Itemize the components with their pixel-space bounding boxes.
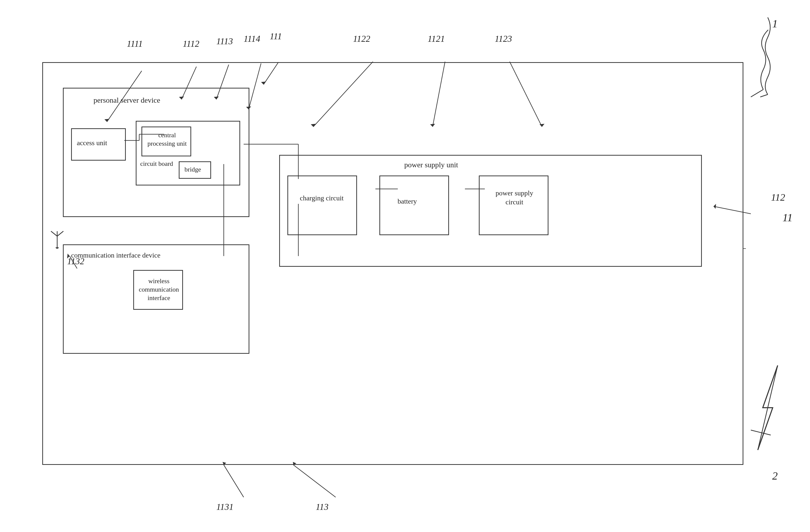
ref-1: 1 xyxy=(772,17,778,30)
ref-1112: 1112 xyxy=(183,38,199,49)
label-bridge: bridge xyxy=(184,166,201,173)
ref-1111: 1111 xyxy=(127,38,143,49)
box-main: personal server device access unit circu… xyxy=(42,62,743,465)
label-access-unit: access unit xyxy=(77,139,107,147)
ref-11: 11 xyxy=(782,211,793,224)
box-cpu: central processing unit xyxy=(142,127,191,156)
ref-111: 111 xyxy=(270,31,282,42)
antenna-symbol xyxy=(48,229,66,249)
box-comm-interface: communication interface device wireless … xyxy=(63,244,249,354)
ref-113: 113 xyxy=(316,502,328,512)
box-personal-server: personal server device access unit circu… xyxy=(63,88,249,217)
ref-1132: 1132 xyxy=(67,256,84,267)
box-bridge: bridge xyxy=(179,161,211,179)
label-battery: battery xyxy=(398,197,417,205)
box-circuit-board: circuit board central processing unit br… xyxy=(136,121,240,186)
ref-1114: 1114 xyxy=(244,34,260,44)
svg-line-14 xyxy=(224,465,244,497)
ref-1121: 1121 xyxy=(427,34,445,44)
diagram: personal server device access unit circu… xyxy=(0,0,810,532)
label-charging: charging circuit xyxy=(296,194,348,203)
box-wireless: wireless communication interface xyxy=(133,270,183,310)
label-wireless-comm: wireless communication interface xyxy=(136,277,181,302)
svg-line-31 xyxy=(760,95,768,97)
ref-2: 2 xyxy=(772,470,778,482)
svg-marker-30 xyxy=(55,247,59,248)
label-power-circuit: power supply circuit xyxy=(489,189,539,207)
ref-1122: 1122 xyxy=(353,34,370,44)
box-charging: charging circuit xyxy=(287,176,357,235)
svg-line-13 xyxy=(293,465,336,497)
label-circuit-board: circuit board xyxy=(140,160,173,167)
ref-112: 112 xyxy=(771,191,785,203)
label-personal-server: personal server device xyxy=(94,96,160,104)
label-comm-interface: communication interface device xyxy=(71,251,160,259)
box-power-supply-unit: power supply unit charging circuit batte… xyxy=(279,155,702,267)
svg-line-27 xyxy=(51,231,57,236)
box-power-circuit: power supply circuit xyxy=(479,176,549,235)
box-access-unit: access unit xyxy=(71,128,126,161)
svg-line-29 xyxy=(57,231,63,236)
label-power-supply-unit: power supply unit xyxy=(404,161,458,169)
label-cpu: central processing unit xyxy=(145,131,190,148)
box-battery: battery xyxy=(379,176,449,235)
ref-1131: 1131 xyxy=(216,502,233,512)
ref-1113: 1113 xyxy=(216,36,233,47)
ref-1123: 1123 xyxy=(495,34,512,44)
lightning-symbol xyxy=(745,360,790,456)
